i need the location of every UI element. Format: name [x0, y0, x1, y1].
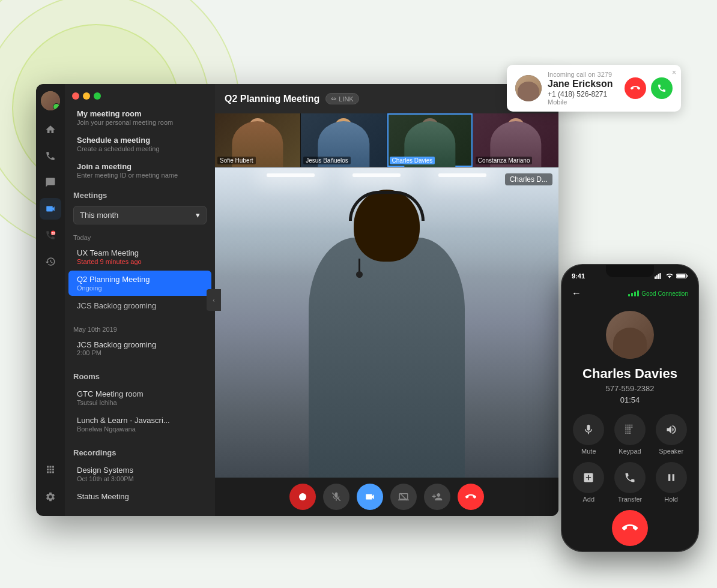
participant-thumb-jesus[interactable]: Jesus Bañuelos	[301, 113, 387, 167]
desktop-app: 28 My meet	[36, 84, 558, 516]
sidebar-panel: My meeting room Join your personal meeti…	[65, 84, 215, 516]
incoming-call-notification: × Incoming call on 3279 Jane Erickson +1…	[507, 65, 681, 112]
jcs-backlog-grooming-today-item[interactable]: JCS Backlog grooming	[68, 297, 211, 314]
sidebar-item-apps[interactable]	[40, 460, 61, 481]
phone-call-duration: 01:54	[620, 395, 640, 404]
phone-caller-name: Charles Davies	[582, 366, 677, 382]
link-badge[interactable]: ⇔ LINK	[325, 93, 358, 104]
participant-thumbnails: Sofie Hubert Jesus Bañuelos Charles Davi…	[215, 113, 558, 167]
phone-caller-avatar	[606, 311, 654, 359]
join-meeting-subtitle: Enter meeting ID or meeting name	[77, 172, 203, 179]
bar-3	[634, 292, 636, 296]
recordings-section-header: Recordings	[65, 441, 215, 461]
join-meeting-title: Join a meeting	[77, 162, 203, 171]
phone-keypad-icon-circle	[614, 414, 646, 445]
sidebar-item-chat[interactable]	[40, 172, 61, 193]
add-participant-button[interactable]	[424, 484, 450, 510]
participant-charles-label: Charles Davies	[390, 157, 435, 164]
ux-team-meeting-subtitle: Started 9 minutes ago	[77, 258, 203, 265]
record-button[interactable]	[289, 484, 316, 510]
phone-back-row: ← Good Connection	[572, 288, 688, 299]
caller-number: +1 (418) 526-8271	[548, 90, 619, 98]
my-meeting-room-item[interactable]: My meeting room Join your personal meeti…	[68, 104, 211, 131]
participant-thumb-sofie[interactable]: Sofie Hubert	[215, 113, 301, 167]
jcs-backlog-grooming-today-title: JCS Backlog grooming	[77, 301, 203, 310]
schedule-meeting-subtitle: Create a scheduled meeting	[77, 145, 203, 152]
join-meeting-item[interactable]: Join a meeting Enter meeting ID or meeti…	[68, 157, 211, 184]
screen-share-button[interactable]	[390, 484, 417, 510]
mute-button[interactable]	[323, 484, 349, 510]
sidebar-item-phone[interactable]	[40, 145, 61, 167]
minimize-button[interactable]	[83, 92, 90, 100]
maximize-button[interactable]	[94, 92, 101, 100]
sidebar-collapse-button[interactable]: ‹	[207, 289, 221, 311]
jcs-backlog-may10-item[interactable]: JCS Backlog grooming 2:00 PM	[68, 336, 211, 361]
rooms-section-header: Rooms	[65, 365, 215, 385]
close-notification-button[interactable]: ×	[672, 68, 676, 77]
caller-avatar-silhouette	[518, 82, 539, 101]
meetings-section-header: Meetings	[65, 184, 215, 203]
ceiling-light-3	[438, 173, 486, 177]
accept-call-button[interactable]	[651, 77, 673, 99]
speaker-name-overlay: Charles D...	[505, 173, 552, 185]
phone-hold-label: Hold	[664, 496, 678, 503]
q2-planning-meeting-title: Q2 Planning Meeting	[77, 275, 203, 284]
caller-name: Jane Erickson	[548, 79, 619, 89]
sidebar-icons-panel: 28	[36, 84, 65, 516]
month-filter-dropdown[interactable]: This month ▾	[73, 206, 207, 224]
participant-thumb-charles[interactable]: Charles Davies	[387, 113, 473, 167]
user-avatar[interactable]	[41, 91, 60, 110]
status-meeting-recording-item[interactable]: Status Meeting	[68, 488, 211, 505]
phone-caller-silhouette	[613, 328, 647, 359]
decline-call-button[interactable]	[625, 77, 646, 99]
phone-add-button[interactable]: Add	[572, 462, 606, 503]
main-video-feed: Charles D...	[215, 167, 558, 478]
lunch-learn-room-item[interactable]: Lunch & Learn - Javascri... Bonelwa Ngqa…	[68, 412, 211, 437]
phone-mute-label: Mute	[581, 448, 596, 455]
lunch-learn-room-subtitle: Bonelwa Ngqawana	[77, 425, 203, 433]
may10-group-label: May 10th 2019	[65, 321, 215, 335]
video-meeting-title: Q2 Planning Meeting	[225, 94, 319, 104]
incoming-call-status: Incoming call on 3279	[548, 71, 619, 78]
phone-screen: 9:41	[562, 265, 698, 551]
phone-speaker-label: Speaker	[659, 448, 683, 455]
video-area: Q2 Planning Meeting ⇔ LINK	[215, 84, 558, 516]
signal-icon	[655, 273, 663, 279]
phone-hold-button[interactable]: Hold	[654, 462, 688, 503]
gtc-meeting-room-subtitle: Tsutsui Ichiha	[77, 399, 203, 406]
sidebar-item-settings[interactable]	[40, 486, 61, 508]
q2-planning-meeting-subtitle: Ongoing	[77, 284, 203, 292]
jcs-backlog-may10-time: 2:00 PM	[77, 349, 203, 356]
phone-speaker-button[interactable]: Speaker	[654, 414, 688, 455]
svg-rect-8	[659, 273, 661, 279]
camera-button[interactable]	[357, 484, 383, 510]
phone-mute-button[interactable]: Mute	[572, 414, 606, 455]
sidebar-item-history[interactable]	[40, 251, 61, 272]
month-filter-value: This month	[80, 211, 118, 220]
sidebar-item-video[interactable]	[40, 198, 61, 220]
ux-team-meeting-item[interactable]: UX Team Meeting Started 9 minutes ago	[68, 244, 211, 269]
design-systems-recording-item[interactable]: Design Systems Oct 10th at 3:00PM	[68, 461, 211, 487]
mic-arm	[358, 259, 360, 277]
q2-planning-meeting-item[interactable]: Q2 Planning Meeting Ongoing	[68, 271, 211, 296]
video-controls-bar	[215, 478, 558, 516]
sidebar-bottom-actions	[40, 458, 61, 509]
svg-rect-10	[677, 274, 686, 277]
participant-thumb-constanza[interactable]: Constanza Mariano	[473, 113, 558, 167]
phone-call-buttons: Mute Keypad Speaker	[572, 414, 688, 503]
gtc-meeting-room-item[interactable]: GTC Meeting room Tsutsui Ichiha	[68, 385, 211, 410]
phone-keypad-button[interactable]: Keypad	[613, 414, 647, 455]
svg-rect-7	[658, 274, 659, 279]
close-button[interactable]	[72, 92, 79, 100]
sidebar-item-voicemail[interactable]: 28	[40, 224, 61, 246]
schedule-meeting-item[interactable]: Schedule a meeting Create a scheduled me…	[68, 131, 211, 157]
phone-transfer-button[interactable]: Transfer	[613, 462, 647, 503]
sidebar-item-home[interactable]	[40, 119, 61, 140]
phone-hangup-button[interactable]	[612, 510, 648, 546]
status-meeting-recording-title: Status Meeting	[77, 492, 203, 501]
phone-back-button[interactable]: ←	[572, 288, 581, 299]
hangup-button[interactable]	[458, 484, 484, 510]
mic-head	[356, 271, 363, 278]
link-icon: ⇔	[331, 95, 336, 103]
phone-transfer-label: Transfer	[618, 496, 643, 503]
